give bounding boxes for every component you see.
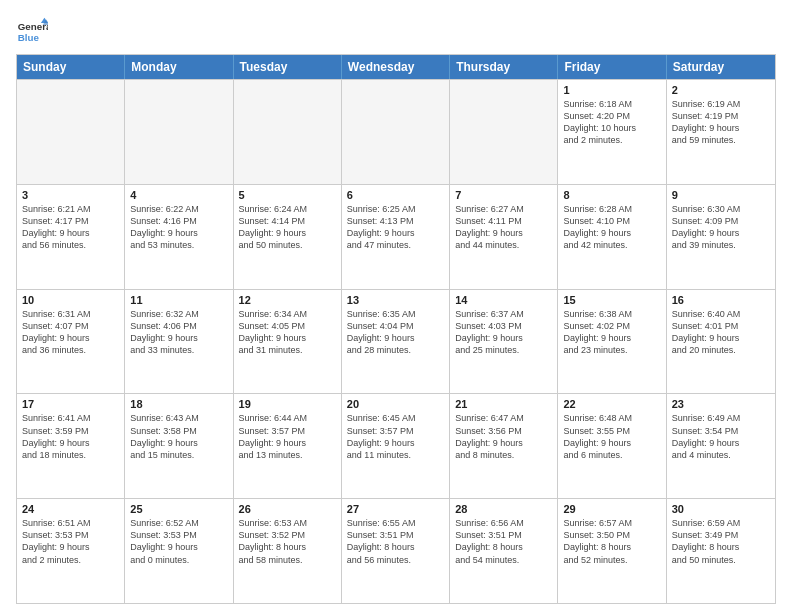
cal-cell-0-0: [17, 80, 125, 184]
day-number: 13: [347, 294, 444, 306]
day-number: 25: [130, 503, 227, 515]
cal-cell-0-6: 2Sunrise: 6:19 AM Sunset: 4:19 PM Daylig…: [667, 80, 775, 184]
cal-cell-2-3: 13Sunrise: 6:35 AM Sunset: 4:04 PM Dayli…: [342, 290, 450, 394]
day-number: 4: [130, 189, 227, 201]
day-number: 10: [22, 294, 119, 306]
cal-cell-1-3: 6Sunrise: 6:25 AM Sunset: 4:13 PM Daylig…: [342, 185, 450, 289]
day-number: 23: [672, 398, 770, 410]
cal-cell-4-5: 29Sunrise: 6:57 AM Sunset: 3:50 PM Dayli…: [558, 499, 666, 603]
cell-info: Sunrise: 6:43 AM Sunset: 3:58 PM Dayligh…: [130, 412, 227, 461]
cell-info: Sunrise: 6:27 AM Sunset: 4:11 PM Dayligh…: [455, 203, 552, 252]
cal-cell-1-5: 8Sunrise: 6:28 AM Sunset: 4:10 PM Daylig…: [558, 185, 666, 289]
svg-text:Blue: Blue: [18, 32, 40, 43]
cell-info: Sunrise: 6:30 AM Sunset: 4:09 PM Dayligh…: [672, 203, 770, 252]
cal-cell-4-1: 25Sunrise: 6:52 AM Sunset: 3:53 PM Dayli…: [125, 499, 233, 603]
cell-info: Sunrise: 6:32 AM Sunset: 4:06 PM Dayligh…: [130, 308, 227, 357]
cell-info: Sunrise: 6:47 AM Sunset: 3:56 PM Dayligh…: [455, 412, 552, 461]
day-number: 1: [563, 84, 660, 96]
calendar-row-4: 24Sunrise: 6:51 AM Sunset: 3:53 PM Dayli…: [17, 498, 775, 603]
cell-info: Sunrise: 6:49 AM Sunset: 3:54 PM Dayligh…: [672, 412, 770, 461]
cal-cell-0-3: [342, 80, 450, 184]
day-number: 15: [563, 294, 660, 306]
cell-info: Sunrise: 6:38 AM Sunset: 4:02 PM Dayligh…: [563, 308, 660, 357]
cal-cell-0-4: [450, 80, 558, 184]
cal-cell-1-4: 7Sunrise: 6:27 AM Sunset: 4:11 PM Daylig…: [450, 185, 558, 289]
cal-cell-3-2: 19Sunrise: 6:44 AM Sunset: 3:57 PM Dayli…: [234, 394, 342, 498]
header-day-monday: Monday: [125, 55, 233, 79]
cell-info: Sunrise: 6:34 AM Sunset: 4:05 PM Dayligh…: [239, 308, 336, 357]
day-number: 6: [347, 189, 444, 201]
day-number: 3: [22, 189, 119, 201]
cell-info: Sunrise: 6:37 AM Sunset: 4:03 PM Dayligh…: [455, 308, 552, 357]
day-number: 28: [455, 503, 552, 515]
day-number: 26: [239, 503, 336, 515]
day-number: 24: [22, 503, 119, 515]
calendar-body: 1Sunrise: 6:18 AM Sunset: 4:20 PM Daylig…: [17, 79, 775, 603]
day-number: 29: [563, 503, 660, 515]
day-number: 9: [672, 189, 770, 201]
cell-info: Sunrise: 6:19 AM Sunset: 4:19 PM Dayligh…: [672, 98, 770, 147]
cal-cell-0-5: 1Sunrise: 6:18 AM Sunset: 4:20 PM Daylig…: [558, 80, 666, 184]
cal-cell-3-5: 22Sunrise: 6:48 AM Sunset: 3:55 PM Dayli…: [558, 394, 666, 498]
calendar-row-0: 1Sunrise: 6:18 AM Sunset: 4:20 PM Daylig…: [17, 79, 775, 184]
cell-info: Sunrise: 6:40 AM Sunset: 4:01 PM Dayligh…: [672, 308, 770, 357]
cal-cell-2-6: 16Sunrise: 6:40 AM Sunset: 4:01 PM Dayli…: [667, 290, 775, 394]
cal-cell-0-1: [125, 80, 233, 184]
calendar-row-3: 17Sunrise: 6:41 AM Sunset: 3:59 PM Dayli…: [17, 393, 775, 498]
cell-info: Sunrise: 6:57 AM Sunset: 3:50 PM Dayligh…: [563, 517, 660, 566]
cell-info: Sunrise: 6:28 AM Sunset: 4:10 PM Dayligh…: [563, 203, 660, 252]
cal-cell-2-2: 12Sunrise: 6:34 AM Sunset: 4:05 PM Dayli…: [234, 290, 342, 394]
cal-cell-4-0: 24Sunrise: 6:51 AM Sunset: 3:53 PM Dayli…: [17, 499, 125, 603]
day-number: 27: [347, 503, 444, 515]
cell-info: Sunrise: 6:56 AM Sunset: 3:51 PM Dayligh…: [455, 517, 552, 566]
cal-cell-3-4: 21Sunrise: 6:47 AM Sunset: 3:56 PM Dayli…: [450, 394, 558, 498]
cell-info: Sunrise: 6:41 AM Sunset: 3:59 PM Dayligh…: [22, 412, 119, 461]
cal-cell-2-4: 14Sunrise: 6:37 AM Sunset: 4:03 PM Dayli…: [450, 290, 558, 394]
day-number: 16: [672, 294, 770, 306]
day-number: 12: [239, 294, 336, 306]
cal-cell-0-2: [234, 80, 342, 184]
cal-cell-4-2: 26Sunrise: 6:53 AM Sunset: 3:52 PM Dayli…: [234, 499, 342, 603]
cal-cell-2-0: 10Sunrise: 6:31 AM Sunset: 4:07 PM Dayli…: [17, 290, 125, 394]
header: General Blue: [16, 16, 776, 48]
cal-cell-4-6: 30Sunrise: 6:59 AM Sunset: 3:49 PM Dayli…: [667, 499, 775, 603]
cal-cell-1-2: 5Sunrise: 6:24 AM Sunset: 4:14 PM Daylig…: [234, 185, 342, 289]
cal-cell-1-0: 3Sunrise: 6:21 AM Sunset: 4:17 PM Daylig…: [17, 185, 125, 289]
day-number: 7: [455, 189, 552, 201]
cal-cell-1-6: 9Sunrise: 6:30 AM Sunset: 4:09 PM Daylig…: [667, 185, 775, 289]
cell-info: Sunrise: 6:48 AM Sunset: 3:55 PM Dayligh…: [563, 412, 660, 461]
day-number: 5: [239, 189, 336, 201]
cell-info: Sunrise: 6:51 AM Sunset: 3:53 PM Dayligh…: [22, 517, 119, 566]
day-number: 18: [130, 398, 227, 410]
header-day-wednesday: Wednesday: [342, 55, 450, 79]
day-number: 20: [347, 398, 444, 410]
cal-cell-2-5: 15Sunrise: 6:38 AM Sunset: 4:02 PM Dayli…: [558, 290, 666, 394]
cell-info: Sunrise: 6:24 AM Sunset: 4:14 PM Dayligh…: [239, 203, 336, 252]
day-number: 11: [130, 294, 227, 306]
cell-info: Sunrise: 6:22 AM Sunset: 4:16 PM Dayligh…: [130, 203, 227, 252]
logo-icon: General Blue: [16, 16, 48, 48]
cell-info: Sunrise: 6:55 AM Sunset: 3:51 PM Dayligh…: [347, 517, 444, 566]
header-day-sunday: Sunday: [17, 55, 125, 79]
day-number: 22: [563, 398, 660, 410]
cell-info: Sunrise: 6:25 AM Sunset: 4:13 PM Dayligh…: [347, 203, 444, 252]
cal-cell-3-3: 20Sunrise: 6:45 AM Sunset: 3:57 PM Dayli…: [342, 394, 450, 498]
cell-info: Sunrise: 6:52 AM Sunset: 3:53 PM Dayligh…: [130, 517, 227, 566]
day-number: 19: [239, 398, 336, 410]
header-day-thursday: Thursday: [450, 55, 558, 79]
cal-cell-4-3: 27Sunrise: 6:55 AM Sunset: 3:51 PM Dayli…: [342, 499, 450, 603]
cal-cell-2-1: 11Sunrise: 6:32 AM Sunset: 4:06 PM Dayli…: [125, 290, 233, 394]
calendar-header: SundayMondayTuesdayWednesdayThursdayFrid…: [17, 55, 775, 79]
day-number: 14: [455, 294, 552, 306]
day-number: 21: [455, 398, 552, 410]
header-day-friday: Friday: [558, 55, 666, 79]
cal-cell-3-6: 23Sunrise: 6:49 AM Sunset: 3:54 PM Dayli…: [667, 394, 775, 498]
logo: General Blue: [16, 16, 48, 48]
cell-info: Sunrise: 6:59 AM Sunset: 3:49 PM Dayligh…: [672, 517, 770, 566]
calendar-row-2: 10Sunrise: 6:31 AM Sunset: 4:07 PM Dayli…: [17, 289, 775, 394]
cell-info: Sunrise: 6:44 AM Sunset: 3:57 PM Dayligh…: [239, 412, 336, 461]
header-day-saturday: Saturday: [667, 55, 775, 79]
cal-cell-4-4: 28Sunrise: 6:56 AM Sunset: 3:51 PM Dayli…: [450, 499, 558, 603]
calendar: SundayMondayTuesdayWednesdayThursdayFrid…: [16, 54, 776, 604]
cal-cell-3-0: 17Sunrise: 6:41 AM Sunset: 3:59 PM Dayli…: [17, 394, 125, 498]
